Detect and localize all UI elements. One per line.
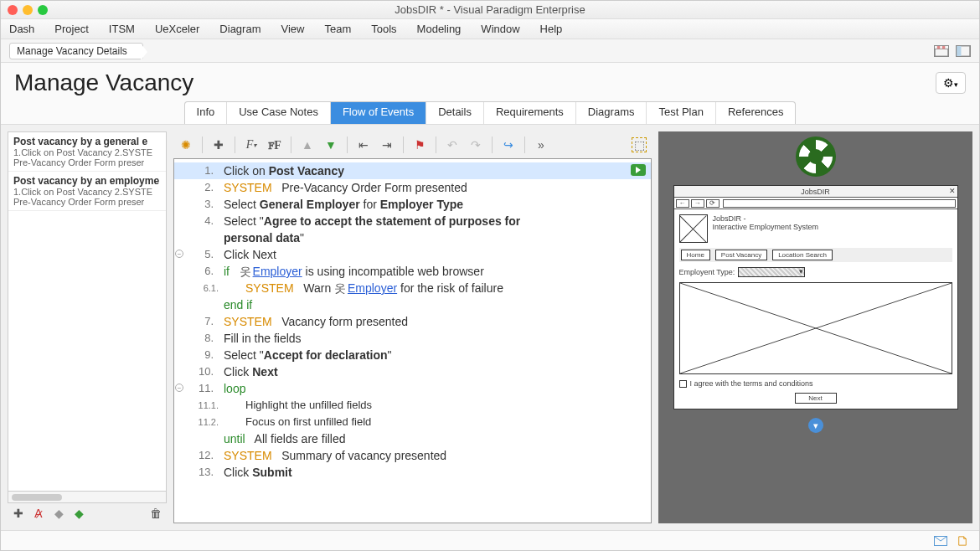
wireframe-navbar: ← → ⟳ <box>674 198 957 209</box>
tab-requirements[interactable]: Requirements <box>484 102 576 124</box>
home-button[interactable]: Home <box>681 250 710 260</box>
list-item[interactable]: Post vacancy by an employme 1.Click on P… <box>8 172 166 211</box>
trash-icon[interactable]: 🗑 <box>148 506 163 521</box>
down-icon[interactable]: ◆ <box>71 506 86 521</box>
select-icon[interactable]: ⬚ <box>632 137 647 152</box>
horizontal-scrollbar[interactable] <box>8 492 167 503</box>
employer-link[interactable]: Employer <box>348 281 397 295</box>
location-search-button[interactable]: Location Search <box>772 250 833 260</box>
up-icon[interactable]: ◆ <box>51 506 66 521</box>
add-step-icon[interactable]: ✚ <box>211 137 226 152</box>
menu-modeling[interactable]: Modeling <box>417 23 462 35</box>
actor-icon[interactable]: A̷ <box>31 506 46 521</box>
list-item[interactable]: Post vacancy by a general e 1.Click on P… <box>8 132 166 172</box>
actor-icon: 옷 <box>334 280 344 296</box>
employment-type-select[interactable] <box>738 267 805 277</box>
tab-details[interactable]: Details <box>426 102 484 124</box>
wireframe-window[interactable]: JobsDIR✕ ← → ⟳ JobsDIR - Interactive Emp… <box>673 185 958 409</box>
font-large-icon[interactable]: ꜰF <box>267 137 282 152</box>
refresh-icon[interactable]: ⟳ <box>706 199 720 208</box>
wireframe-preview-pane: JobsDIR✕ ← → ⟳ JobsDIR - Interactive Emp… <box>658 131 972 523</box>
move-down-icon[interactable]: ▼ <box>323 137 338 152</box>
font-small-icon[interactable]: F▾ <box>244 137 259 152</box>
menu-dash[interactable]: Dash <box>9 23 34 35</box>
svg-rect-4 <box>957 46 961 56</box>
menu-itsm[interactable]: ITSM <box>109 23 135 35</box>
scroll-down-icon[interactable]: ▾ <box>808 418 823 433</box>
tab-info[interactable]: Info <box>185 102 228 124</box>
new-step-icon[interactable]: ✺ <box>178 137 193 152</box>
document-icon[interactable] <box>956 536 969 546</box>
menu-view[interactable]: View <box>281 23 304 35</box>
menu-diagram[interactable]: Diagram <box>219 23 260 35</box>
redo-icon[interactable]: ↷ <box>468 137 483 152</box>
svg-rect-0 <box>935 49 947 56</box>
menu-team[interactable]: Team <box>324 23 351 35</box>
terms-label: I agree with the terms and conditions <box>690 379 813 388</box>
maximize-window-button[interactable] <box>38 5 48 15</box>
list-item-title: Post vacancy by a general e <box>13 136 161 147</box>
move-up-icon[interactable]: ▲ <box>300 137 315 152</box>
list-item-title: Post vacancy by an employme <box>13 175 161 187</box>
actor-icon: 옷 <box>240 263 250 280</box>
close-icon[interactable]: ✕ <box>949 187 956 195</box>
scenario-list: Post vacancy by a general e 1.Click on P… <box>8 131 167 492</box>
menu-tools[interactable]: Tools <box>371 23 396 35</box>
layout-icon[interactable] <box>934 45 949 57</box>
svg-rect-1 <box>937 46 940 49</box>
statusbar <box>1 530 979 550</box>
outdent-icon[interactable]: ⇤ <box>356 137 371 152</box>
forward-icon[interactable]: → <box>691 199 704 208</box>
tab-flow-of-events[interactable]: Flow of Events <box>331 102 426 124</box>
close-window-button[interactable] <box>8 5 18 15</box>
menu-window[interactable]: Window <box>481 23 519 35</box>
indent-icon[interactable]: ⇥ <box>379 137 395 152</box>
back-icon[interactable]: ← <box>676 199 689 208</box>
tab-use-case-notes[interactable]: Use Case Notes <box>227 102 331 124</box>
gear-button[interactable]: ⚙▾ <box>936 72 966 94</box>
menu-project[interactable]: Project <box>54 23 88 35</box>
post-vacancy-button[interactable]: Post Vacancy <box>715 250 767 260</box>
wireframe-titlebar: JobsDIR✕ <box>674 186 957 198</box>
tabs: Info Use Case Notes Flow of Events Detai… <box>184 101 797 124</box>
more-icon[interactable]: » <box>534 137 549 152</box>
tab-references[interactable]: References <box>716 102 795 124</box>
menu-uexceler[interactable]: UeXceler <box>155 23 199 35</box>
fold-icon[interactable]: − <box>175 384 183 392</box>
export-icon[interactable]: ↪ <box>501 137 516 152</box>
url-field[interactable] <box>723 199 956 208</box>
next-button[interactable]: Next <box>795 393 837 404</box>
editor-toolbar: ✺ ✚ F▾ ꜰF ▲ ▼ ⇤ ⇥ ⚑ ↶ ↷ ↪ » ⬚ <box>173 131 652 158</box>
breadcrumb[interactable]: Manage Vacancy Details <box>9 43 143 59</box>
tab-test-plan[interactable]: Test Plan <box>647 102 715 124</box>
menu-help[interactable]: Help <box>540 23 563 35</box>
logo-placeholder <box>679 214 708 243</box>
play-icon[interactable] <box>631 164 646 176</box>
content-placeholder <box>679 282 952 374</box>
page-title: Manage Vacancy <box>14 70 193 96</box>
employer-link[interactable]: Employer <box>253 265 302 278</box>
mail-icon[interactable] <box>934 536 947 546</box>
undo-icon[interactable]: ↶ <box>445 137 460 152</box>
terms-checkbox[interactable] <box>679 380 687 388</box>
flag-icon[interactable]: ⚑ <box>412 137 427 152</box>
code-column[interactable]: Click on Post Vacancy SYSTEM Pre-Vacancy… <box>220 159 651 523</box>
aperture-logo-icon <box>796 136 836 177</box>
flow-editor[interactable]: − − 1. 2. 3. 4. 5. 6. 6.1. 7. 8. 9. 10. … <box>173 158 652 523</box>
window-title: JobsDIR * - Visual Paradigm Enterprise <box>395 3 585 16</box>
tab-diagrams[interactable]: Diagrams <box>576 102 647 124</box>
svg-rect-2 <box>942 46 945 49</box>
gutter: 1. 2. 3. 4. 5. 6. 6.1. 7. 8. 9. 10. 11. … <box>174 159 220 523</box>
panel-icon[interactable] <box>956 45 971 57</box>
add-icon[interactable]: ✚ <box>11 506 26 521</box>
fold-icon[interactable]: − <box>175 250 183 258</box>
menubar: Dash Project ITSM UeXceler Diagram View … <box>1 19 979 39</box>
minimize-window-button[interactable] <box>23 5 33 15</box>
titlebar: JobsDIR * - Visual Paradigm Enterprise <box>1 1 979 19</box>
employment-type-label: Employent Type: <box>679 268 735 276</box>
